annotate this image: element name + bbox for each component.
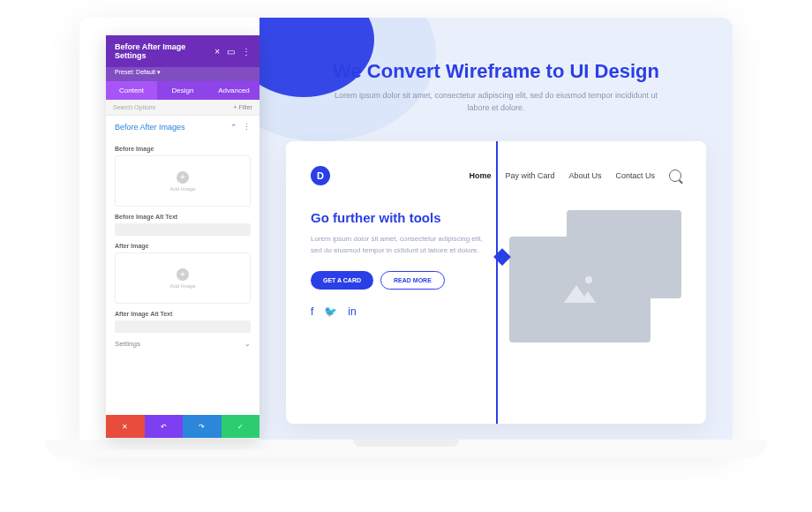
- before-alt-input[interactable]: [115, 223, 251, 236]
- panel-tabs: Content Design Advanced: [106, 81, 259, 100]
- hero-title: We Convert Wireframe to UI Design: [259, 18, 733, 83]
- facebook-icon[interactable]: f: [311, 305, 313, 318]
- before-image-upload[interactable]: + Add Image: [115, 155, 251, 207]
- nav-pay[interactable]: Pay with Card: [505, 171, 554, 180]
- before-image-label: Before Image: [115, 146, 251, 152]
- filter-button[interactable]: + Filter: [233, 104, 252, 110]
- before-after-slider-line: [496, 141, 498, 424]
- panel-body: Before Image + Add Image Before Image Al…: [106, 139, 259, 415]
- search-input[interactable]: Search Options: [113, 104, 155, 110]
- settings-section[interactable]: Settings ⌄: [115, 333, 251, 355]
- logo[interactable]: D: [311, 166, 330, 185]
- twitter-icon[interactable]: 🐦: [324, 305, 337, 318]
- panel-footer: ✕ ↶ ↷ ✓: [106, 415, 259, 438]
- card-text: Lorem ipsum dolor sit amet, consectetur …: [311, 234, 483, 257]
- add-image-text: Add Image: [169, 283, 195, 289]
- panel-header: Before After Image Settings × ▭ ⋮: [106, 35, 259, 67]
- nav-links: Home Pay with Card About Us Contact Us: [469, 169, 681, 182]
- cancel-button[interactable]: ✕: [106, 415, 145, 438]
- laptop-base: [44, 440, 768, 457]
- close-icon[interactable]: ×: [214, 47, 220, 56]
- section-title: Before After Images: [115, 123, 185, 132]
- panel-searchbar: Search Options + Filter: [106, 100, 259, 116]
- chevron-down-icon: ⌄: [244, 340, 251, 348]
- after-alt-input[interactable]: [115, 320, 251, 333]
- menu-icon[interactable]: ⋮: [242, 47, 251, 56]
- redo-button[interactable]: ↷: [183, 415, 222, 438]
- after-image-upload[interactable]: + Add Image: [115, 252, 251, 304]
- read-more-button[interactable]: READ MORE: [380, 271, 445, 290]
- get-card-button[interactable]: GET A CARD: [311, 271, 373, 290]
- nav-contact[interactable]: Contact Us: [615, 171, 655, 180]
- tab-design[interactable]: Design: [157, 81, 208, 100]
- nav-about[interactable]: About Us: [568, 171, 601, 180]
- before-alt-label: Before Image Alt Text: [115, 214, 251, 220]
- undo-button[interactable]: ↶: [145, 415, 184, 438]
- add-icon: +: [177, 268, 189, 281]
- nav-home[interactable]: Home: [469, 171, 491, 180]
- after-alt-label: After Image Alt Text: [115, 311, 251, 317]
- search-icon[interactable]: [669, 169, 681, 182]
- tab-advanced[interactable]: Advanced: [208, 81, 259, 100]
- panel-title: Before After Image Settings: [115, 42, 214, 60]
- card-heading: Go further with tools: [311, 210, 483, 225]
- hero-subtitle: Lorem ipsum dolor sit amet, consectetur …: [259, 83, 733, 114]
- after-image-label: After Image: [115, 243, 251, 249]
- add-image-text: Add Image: [169, 186, 195, 192]
- image-placeholder: [509, 237, 650, 343]
- add-icon: +: [177, 171, 189, 184]
- tab-content[interactable]: Content: [106, 81, 157, 100]
- section-menu-icon[interactable]: ⋮: [243, 123, 251, 132]
- preview-canvas: We Convert Wireframe to UI Design Lorem …: [259, 18, 733, 450]
- save-button[interactable]: ✓: [222, 415, 260, 438]
- linkedin-icon[interactable]: in: [348, 305, 356, 318]
- preset-label[interactable]: Preset: Default ▾: [106, 67, 259, 81]
- section-header[interactable]: Before After Images ⌃ ⋮: [106, 116, 259, 139]
- laptop-notch: [353, 440, 459, 447]
- settings-panel: Before After Image Settings × ▭ ⋮ Preset…: [106, 35, 259, 438]
- social-icons: f 🐦 in: [311, 305, 483, 318]
- expand-icon[interactable]: ▭: [227, 47, 235, 56]
- collapse-icon[interactable]: ⌃: [230, 123, 237, 132]
